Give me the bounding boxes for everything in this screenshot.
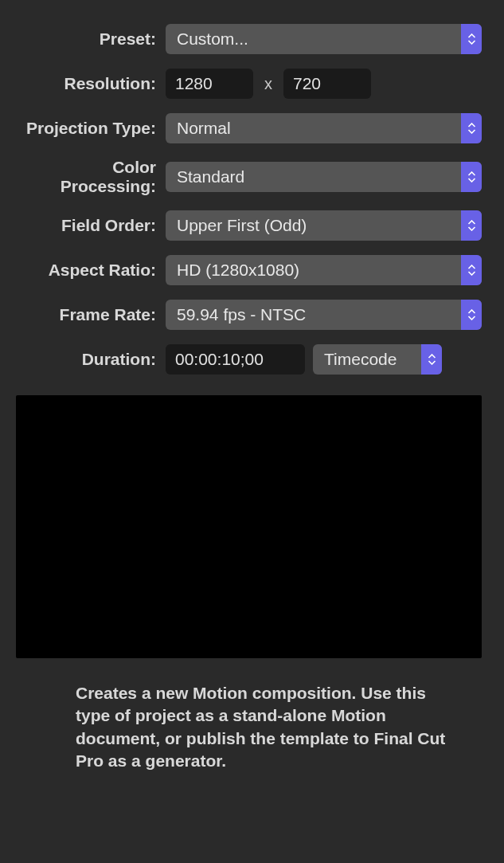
projection-value: Normal — [177, 119, 461, 138]
updown-icon — [461, 300, 482, 330]
duration-label: Duration: — [16, 350, 166, 369]
projection-row: Projection Type: Normal — [16, 113, 482, 143]
resolution-label: Resolution: — [16, 74, 166, 93]
resolution-height-input[interactable] — [283, 69, 371, 99]
aspect-row: Aspect Ratio: HD (1280x1080) — [16, 255, 482, 285]
updown-icon — [461, 162, 482, 192]
duration-input[interactable] — [166, 344, 305, 375]
field-value: Upper First (Odd) — [177, 216, 461, 235]
color-select[interactable]: Standard — [166, 162, 482, 192]
timemode-select[interactable]: Timecode — [313, 344, 442, 375]
field-row: Field Order: Upper First (Odd) — [16, 210, 482, 241]
framerate-select[interactable]: 59.94 fps - NTSC — [166, 300, 482, 330]
projection-select[interactable]: Normal — [166, 113, 482, 143]
updown-icon — [461, 255, 482, 285]
preview-area — [16, 395, 482, 658]
framerate-row: Frame Rate: 59.94 fps - NTSC — [16, 300, 482, 330]
framerate-label: Frame Rate: — [16, 305, 166, 324]
aspect-select[interactable]: HD (1280x1080) — [166, 255, 482, 285]
field-label: Field Order: — [16, 216, 166, 235]
color-value: Standard — [177, 167, 461, 186]
preset-row: Preset: Custom... — [16, 24, 482, 54]
resolution-width-input[interactable] — [166, 69, 253, 99]
updown-icon — [461, 113, 482, 143]
aspect-label: Aspect Ratio: — [16, 261, 166, 280]
color-row: Color Processing: Standard — [16, 158, 482, 196]
updown-icon — [421, 344, 442, 375]
preset-select[interactable]: Custom... — [166, 24, 482, 54]
projection-label: Projection Type: — [16, 119, 166, 138]
duration-row: Duration: Timecode — [16, 344, 482, 375]
framerate-value: 59.94 fps - NTSC — [177, 305, 461, 324]
x-separator: x — [261, 75, 275, 93]
resolution-row: Resolution: x — [16, 69, 482, 99]
aspect-value: HD (1280x1080) — [177, 261, 461, 280]
updown-icon — [461, 24, 482, 54]
preset-label: Preset: — [16, 29, 166, 49]
color-label: Color Processing: — [16, 158, 166, 196]
description-text: Creates a new Motion composition. Use th… — [16, 682, 482, 772]
field-select[interactable]: Upper First (Odd) — [166, 210, 482, 241]
updown-icon — [461, 210, 482, 241]
preset-value: Custom... — [177, 29, 461, 49]
timemode-value: Timecode — [324, 350, 421, 369]
